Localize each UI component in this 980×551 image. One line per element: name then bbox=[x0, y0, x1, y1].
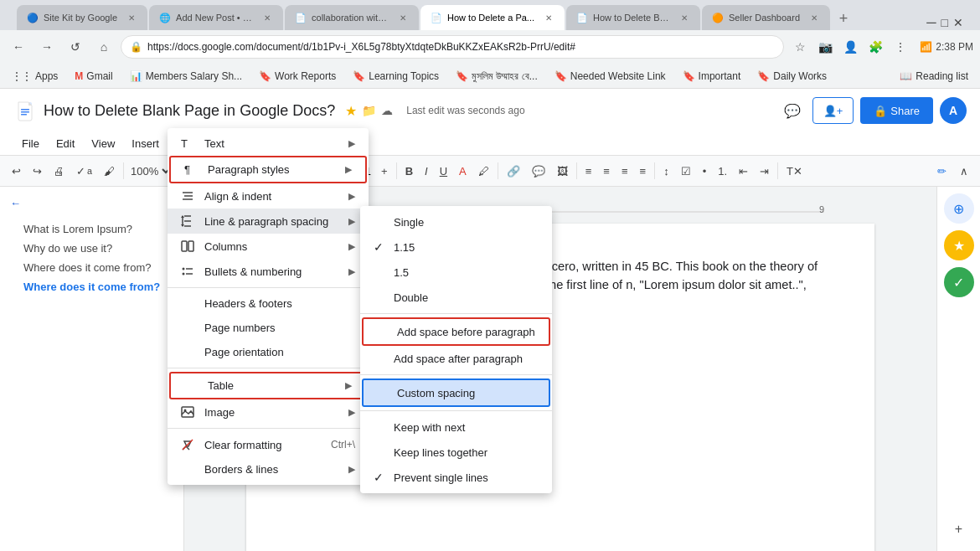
format-menu-paragraph-styles[interactable]: ¶ Paragraph styles ▶ bbox=[169, 156, 367, 183]
align-center-button[interactable]: ≡ bbox=[598, 159, 615, 183]
spacing-add-before[interactable]: Add space before paragraph bbox=[362, 317, 550, 346]
text-color-button[interactable]: A bbox=[454, 159, 472, 183]
font-increase-button[interactable]: + bbox=[376, 159, 393, 183]
bookmark-important[interactable]: 🔖 Important bbox=[679, 69, 745, 84]
menu-insert[interactable]: Insert bbox=[123, 134, 168, 153]
clear-formatting-toolbar-button[interactable]: T✕ bbox=[781, 159, 807, 183]
bookmark-star-icon[interactable]: ☆ bbox=[789, 36, 811, 58]
format-menu-clear-formatting[interactable]: Clear formatting Ctrl+\ bbox=[168, 432, 369, 457]
format-menu-headers-footers[interactable]: Headers & footers bbox=[168, 291, 369, 316]
close-button[interactable]: ✕ bbox=[953, 16, 963, 29]
spellcheck-button[interactable]: ✓a bbox=[71, 159, 97, 183]
format-menu-text[interactable]: T Text ▶ bbox=[168, 131, 369, 156]
format-menu-bullets[interactable]: Bullets & numbering ▶ bbox=[168, 259, 369, 284]
format-menu-align-indent[interactable]: Align & indent ▶ bbox=[168, 183, 369, 209]
settings-icon[interactable]: ⋮ bbox=[890, 36, 911, 58]
star-icon[interactable]: ★ bbox=[345, 103, 357, 119]
undo-button[interactable]: ↩ bbox=[7, 159, 26, 183]
spacing-1-5[interactable]: 1.5 bbox=[360, 260, 552, 285]
comment-button[interactable]: 💬 bbox=[779, 97, 806, 124]
tab-6[interactable]: 🟠 Seller Dashboard ✕ bbox=[702, 5, 830, 30]
back-button[interactable]: ← bbox=[7, 35, 30, 59]
bookmark-learning[interactable]: 🔖 Learning Topics bbox=[349, 69, 442, 84]
format-menu-image[interactable]: Image ▶ bbox=[168, 399, 369, 425]
format-menu-page-orientation[interactable]: Page orientation bbox=[168, 340, 369, 364]
spacing-custom[interactable]: Custom spacing bbox=[362, 378, 550, 407]
format-menu-table[interactable]: Table ▶ bbox=[169, 372, 367, 399]
maximize-button[interactable]: □ bbox=[941, 16, 948, 29]
bookmark-work[interactable]: 🔖 Work Reports bbox=[255, 69, 339, 84]
format-menu-page-numbers[interactable]: Page numbers bbox=[168, 316, 369, 340]
tab-1-close[interactable]: ✕ bbox=[126, 12, 137, 23]
spacing-single[interactable]: Single bbox=[360, 209, 552, 234]
user-avatar[interactable]: A bbox=[940, 97, 967, 124]
outline-item-3[interactable]: Where does it come from? bbox=[10, 258, 173, 277]
home-button[interactable]: ⌂ bbox=[92, 35, 116, 59]
tab-3-close[interactable]: ✕ bbox=[397, 12, 409, 23]
bookmark-muslim[interactable]: 🔖 মুসলিম উম্মাহর বে... bbox=[452, 69, 541, 84]
minimize-button[interactable]: ─ bbox=[926, 15, 936, 30]
menu-edit[interactable]: Edit bbox=[48, 134, 83, 153]
numbered-list-button[interactable]: 1. bbox=[713, 159, 732, 183]
right-sidebar-add-button[interactable]: + bbox=[944, 514, 974, 544]
zoom-selector[interactable]: 100% bbox=[127, 160, 173, 182]
tab-1[interactable]: 🔵 Site Kit by Google ✕ bbox=[17, 5, 147, 30]
spacing-add-after[interactable]: Add space after paragraph bbox=[360, 346, 552, 371]
bookmark-apps[interactable]: ⋮⋮ Apps bbox=[8, 69, 61, 84]
bookmark-members[interactable]: 📊 Members Salary Sh... bbox=[126, 69, 245, 84]
outline-item-4[interactable]: Where does it come from? bbox=[10, 277, 173, 296]
reading-list-button[interactable]: 📖 Reading list bbox=[896, 69, 972, 84]
outline-item-2[interactable]: Why do we use it? bbox=[10, 239, 173, 258]
tab-3[interactable]: 📄 collaboration with b... ✕ bbox=[285, 5, 419, 30]
format-menu-line-spacing[interactable]: Line & paragraph spacing ▶ bbox=[168, 209, 369, 234]
align-right-button[interactable]: ≡ bbox=[616, 159, 633, 183]
spacing-keep-lines[interactable]: Keep lines together bbox=[360, 440, 552, 465]
address-bar[interactable]: 🔒 https://docs.google.com/document/d/1b1… bbox=[121, 35, 784, 59]
new-tab-button[interactable]: + bbox=[832, 7, 855, 30]
underline-button[interactable]: U bbox=[435, 159, 452, 183]
menu-view[interactable]: View bbox=[83, 134, 123, 153]
comment-toolbar-button[interactable]: 💬 bbox=[527, 159, 550, 183]
checklist-button[interactable]: ☑ bbox=[676, 159, 696, 183]
tab-5-close[interactable]: ✕ bbox=[678, 12, 690, 23]
align-justify-button[interactable]: ≡ bbox=[635, 159, 652, 183]
spacing-keep-next[interactable]: Keep with next bbox=[360, 415, 552, 440]
right-sidebar-explore-button[interactable]: ⊕ bbox=[944, 193, 974, 224]
add-collaborator-button[interactable]: 👤+ bbox=[812, 97, 854, 124]
paint-format-button[interactable]: 🖌 bbox=[99, 159, 120, 183]
right-sidebar-check-button[interactable]: ✓ bbox=[944, 267, 974, 297]
italic-button[interactable]: I bbox=[420, 159, 433, 183]
bullets-button[interactable]: • bbox=[698, 159, 712, 183]
forward-button[interactable]: → bbox=[35, 35, 59, 59]
print-button[interactable]: 🖨 bbox=[49, 159, 70, 183]
increase-indent-button[interactable]: ⇥ bbox=[755, 159, 774, 183]
right-sidebar-star-button[interactable]: ★ bbox=[944, 230, 974, 260]
format-menu-borders-lines[interactable]: Borders & lines ▶ bbox=[168, 457, 369, 481]
tab-5[interactable]: 📄 How to Delete Blan... ✕ bbox=[566, 5, 700, 30]
image-toolbar-button[interactable]: 🖼 bbox=[552, 159, 573, 183]
redo-button[interactable]: ↪ bbox=[28, 159, 47, 183]
tab-6-close[interactable]: ✕ bbox=[808, 12, 820, 23]
expand-toolbar-button[interactable]: ∧ bbox=[955, 159, 973, 183]
menu-file[interactable]: File bbox=[13, 134, 48, 153]
line-spacing-toolbar-button[interactable]: ↕ bbox=[658, 159, 674, 183]
reload-button[interactable]: ↺ bbox=[64, 35, 87, 59]
tab-2[interactable]: 🌐 Add New Post • Blo... ✕ bbox=[149, 5, 283, 30]
cloud-icon[interactable]: ☁ bbox=[381, 104, 393, 117]
tab-4[interactable]: 📄 How to Delete a Pa... ✕ bbox=[420, 5, 565, 30]
outline-item-1[interactable]: What is Lorem Ipsum? bbox=[10, 219, 173, 239]
link-button[interactable]: 🔗 bbox=[502, 159, 525, 183]
tab-4-close[interactable]: ✕ bbox=[543, 12, 554, 23]
spacing-1-15[interactable]: ✓ 1.15 bbox=[360, 234, 552, 260]
account-icon[interactable]: 👤 bbox=[839, 36, 861, 58]
edit-mode-button[interactable]: ✏ bbox=[932, 159, 952, 183]
highlight-button[interactable]: 🖊 bbox=[473, 159, 494, 183]
spacing-prevent-single[interactable]: ✓ Prevent single lines bbox=[360, 465, 552, 490]
bookmark-daily[interactable]: 🔖 Daily Works bbox=[754, 69, 830, 84]
spacing-double[interactable]: Double bbox=[360, 285, 552, 310]
outline-back-button[interactable]: ← bbox=[10, 197, 173, 209]
tab-2-close[interactable]: ✕ bbox=[261, 12, 273, 23]
bold-button[interactable]: B bbox=[400, 159, 418, 183]
align-left-button[interactable]: ≡ bbox=[580, 159, 597, 183]
capture-icon[interactable]: 📷 bbox=[814, 36, 836, 58]
